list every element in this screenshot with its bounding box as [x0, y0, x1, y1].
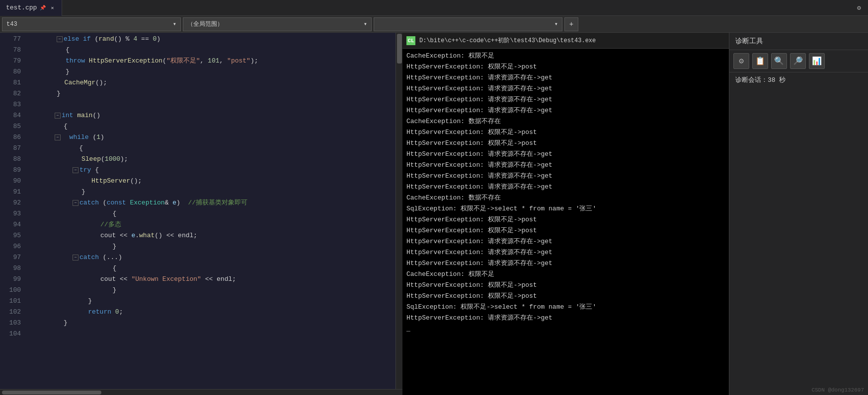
- chevron-down-icon-2: ▾: [364, 20, 367, 28]
- code-line-79: throw HttpServerException("权限不足", 101, "…: [27, 56, 395, 66]
- toolbar-row: t43 ▾ （全局范围） ▾ ▾ +: [0, 16, 868, 33]
- fold-92[interactable]: −: [73, 200, 79, 206]
- code-area: 77 78 79 80 81 82 83 84 85 86 87 88 89 9…: [0, 33, 402, 389]
- h-scrollbar-thumb[interactable]: [2, 391, 101, 395]
- scope-dropdown-3[interactable]: ▾: [374, 17, 562, 31]
- ln-89: 89: [0, 165, 21, 176]
- ln-92: 92: [0, 198, 21, 208]
- code-line-98: {: [27, 263, 395, 274]
- code-line-95: cout << e.what() << endl;: [27, 230, 395, 241]
- chevron-down-icon: ▾: [173, 20, 176, 28]
- editor-tab[interactable]: test.cpp 📌 ✕: [0, 0, 62, 16]
- console-line-7: CacheException: 数据不存在: [406, 116, 725, 127]
- top-bar: test.cpp 📌 ✕ ⚙: [0, 0, 868, 16]
- code-line-84: − int main(): [27, 110, 395, 121]
- console-path: D:\bite\c++\c-code\c++初阶\test43\Debug\te…: [419, 36, 596, 45]
- console-line-25: HttpServerException: 请求资源不存在->get: [406, 313, 725, 324]
- code-line-103: }: [27, 318, 395, 329]
- v-scrollbar-thumb[interactable]: [397, 34, 402, 64]
- ln-88: 88: [0, 154, 21, 165]
- diagnostics-sidebar: 诊断工具 ⚙ 📋 🔍 🔎 📊 诊断会话：38 秒: [729, 33, 868, 395]
- expand-button[interactable]: +: [564, 17, 578, 31]
- editor-scrollbar[interactable]: [0, 389, 402, 395]
- code-line-85: {: [27, 121, 395, 132]
- console-line-20: HttpServerException: 请求资源不存在->get: [406, 258, 725, 269]
- code-line-100: }: [27, 285, 395, 296]
- console-line-8: HttpServerException: 权限不足->post: [406, 127, 725, 138]
- console-body[interactable]: CacheException: 权限不足 HttpServerException…: [402, 49, 729, 395]
- console-icon: CL: [406, 36, 415, 45]
- ln-86: 86: [0, 132, 21, 143]
- line-numbers: 77 78 79 80 81 82 83 84 85 86 87 88 89 9…: [0, 33, 25, 389]
- console-line-2: HttpServerException: 权限不足->post: [406, 62, 725, 72]
- ln-78: 78: [0, 45, 21, 56]
- editor-panel: 77 78 79 80 81 82 83 84 85 86 87 88 89 9…: [0, 33, 402, 395]
- vertical-scrollbar[interactable]: [395, 33, 402, 389]
- ln-98: 98: [0, 263, 21, 274]
- console-line-21: CacheException: 权限不足: [406, 269, 725, 280]
- tab-close-button[interactable]: ✕: [49, 4, 56, 11]
- chevron-down-icon-3: ▾: [554, 20, 558, 28]
- settings-icon[interactable]: ⚙: [854, 3, 864, 13]
- code-line-93: {: [27, 208, 395, 219]
- diag-clipboard-btn[interactable]: 📋: [752, 53, 768, 69]
- code-line-102: return 0;: [27, 307, 395, 318]
- diagnostics-tools: ⚙ 📋 🔍 🔎 📊: [729, 50, 868, 72]
- console-line-15: SqlException: 权限不足->select * from name =…: [406, 203, 725, 214]
- console-panel: CL D:\bite\c++\c-code\c++初阶\test43\Debug…: [402, 33, 729, 395]
- console-line-10: HttpServerException: 请求资源不存在->get: [406, 149, 725, 160]
- ln-95: 95: [0, 230, 21, 241]
- tab-pin-icon: 📌: [40, 5, 46, 11]
- code-line-78: {: [27, 45, 395, 56]
- console-line-9: HttpServerException: 权限不足->post: [406, 138, 725, 149]
- code-line-99: cout << "Unkown Exception" << endl;: [27, 274, 395, 285]
- ln-87: 87: [0, 143, 21, 154]
- tab-label: test.cpp: [6, 4, 37, 11]
- diag-chart-btn[interactable]: 📊: [809, 53, 825, 69]
- fold-84[interactable]: −: [55, 113, 61, 119]
- ln-96: 96: [0, 241, 21, 252]
- console-line-13: HttpServerException: 请求资源不存在->get: [406, 182, 725, 193]
- code-line-89: − try {: [27, 165, 395, 176]
- ln-80: 80: [0, 66, 21, 77]
- fold-89[interactable]: −: [73, 167, 79, 173]
- code-line-101: }: [27, 296, 395, 307]
- ln-104: 104: [0, 329, 21, 339]
- scope-dropdown-1[interactable]: t43 ▾: [2, 17, 181, 31]
- console-line-16: HttpServerException: 权限不足->post: [406, 214, 725, 225]
- ln-79: 79: [0, 56, 21, 66]
- console-line-14: CacheException: 数据不存在: [406, 193, 725, 203]
- fold-86[interactable]: −: [55, 134, 61, 140]
- ln-85: 85: [0, 121, 21, 132]
- scope-dropdown-2[interactable]: （全局范围） ▾: [183, 17, 372, 31]
- ln-90: 90: [0, 176, 21, 187]
- console-line-18: HttpServerException: 请求资源不存在->get: [406, 236, 725, 247]
- ln-94: 94: [0, 219, 21, 230]
- code-line-94: //多态: [27, 219, 395, 230]
- ln-93: 93: [0, 208, 21, 219]
- expand-icon: +: [569, 20, 573, 28]
- ln-102: 102: [0, 307, 21, 318]
- console-line-12: HttpServerException: 请求资源不存在->get: [406, 171, 725, 182]
- diag-settings-btn[interactable]: ⚙: [733, 53, 749, 69]
- fold-77[interactable]: −: [57, 36, 63, 42]
- code-line-81: CacheMgr();: [27, 77, 395, 88]
- console-line-17: HttpServerException: 权限不足->post: [406, 225, 725, 236]
- console-line-19: HttpServerException: 请求资源不存在->get: [406, 247, 725, 258]
- scope-dropdown-1-label: t43: [6, 21, 17, 28]
- code-content[interactable]: − else if (rand() % 4 == 0) { throw Http…: [25, 33, 395, 389]
- top-bar-right: ⚙: [854, 3, 868, 13]
- console-line-22: HttpServerException: 权限不足->post: [406, 280, 725, 291]
- code-line-92: − catch (const Exception& e) //捕获基类对象即可: [27, 198, 395, 208]
- console-line-4: HttpServerException: 请求资源不存在->get: [406, 83, 725, 94]
- ln-81: 81: [0, 77, 21, 88]
- console-line-24: SqlException: 权限不足->select * from name =…: [406, 302, 725, 313]
- code-line-86: − while (1): [27, 132, 395, 143]
- fold-97[interactable]: −: [73, 255, 79, 261]
- console-titlebar: CL D:\bite\c++\c-code\c++初阶\test43\Debug…: [402, 33, 729, 49]
- ln-84: 84: [0, 110, 21, 121]
- diag-zoom-in-btn[interactable]: 🔍: [771, 53, 787, 69]
- ln-91: 91: [0, 187, 21, 198]
- diag-zoom-out-btn[interactable]: 🔎: [790, 53, 806, 69]
- diagnostics-session-info: 诊断会话：38 秒: [729, 72, 868, 87]
